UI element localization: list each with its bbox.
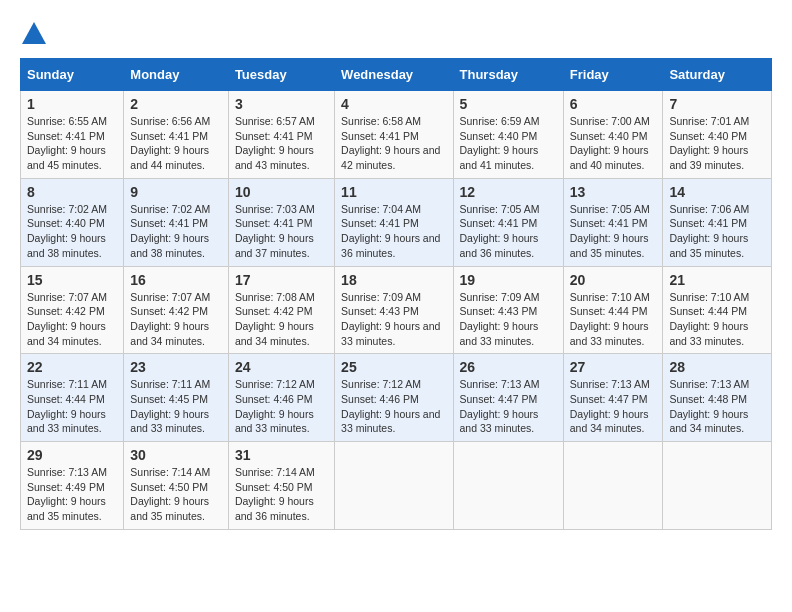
column-header-friday: Friday: [563, 59, 663, 91]
calendar-cell: 5 Sunrise: 6:59 AM Sunset: 4:40 PM Dayli…: [453, 91, 563, 179]
day-number: 14: [669, 184, 765, 200]
calendar-cell: 26 Sunrise: 7:13 AM Sunset: 4:47 PM Dayl…: [453, 354, 563, 442]
calendar-cell: 19 Sunrise: 7:09 AM Sunset: 4:43 PM Dayl…: [453, 266, 563, 354]
calendar-cell: 4 Sunrise: 6:58 AM Sunset: 4:41 PM Dayli…: [335, 91, 453, 179]
calendar-cell: [663, 442, 772, 530]
calendar-cell: 25 Sunrise: 7:12 AM Sunset: 4:46 PM Dayl…: [335, 354, 453, 442]
day-number: 10: [235, 184, 328, 200]
calendar-cell: 15 Sunrise: 7:07 AM Sunset: 4:42 PM Dayl…: [21, 266, 124, 354]
calendar-week-2: 8 Sunrise: 7:02 AM Sunset: 4:40 PM Dayli…: [21, 178, 772, 266]
day-number: 5: [460, 96, 557, 112]
calendar-cell: 1 Sunrise: 6:55 AM Sunset: 4:41 PM Dayli…: [21, 91, 124, 179]
day-info: Sunrise: 6:59 AM Sunset: 4:40 PM Dayligh…: [460, 114, 557, 173]
day-number: 9: [130, 184, 222, 200]
column-header-tuesday: Tuesday: [228, 59, 334, 91]
calendar-cell: 30 Sunrise: 7:14 AM Sunset: 4:50 PM Dayl…: [124, 442, 229, 530]
day-number: 3: [235, 96, 328, 112]
calendar-cell: 13 Sunrise: 7:05 AM Sunset: 4:41 PM Dayl…: [563, 178, 663, 266]
calendar-cell: 23 Sunrise: 7:11 AM Sunset: 4:45 PM Dayl…: [124, 354, 229, 442]
day-info: Sunrise: 7:02 AM Sunset: 4:41 PM Dayligh…: [130, 202, 222, 261]
calendar-cell: 22 Sunrise: 7:11 AM Sunset: 4:44 PM Dayl…: [21, 354, 124, 442]
day-number: 13: [570, 184, 657, 200]
day-info: Sunrise: 7:06 AM Sunset: 4:41 PM Dayligh…: [669, 202, 765, 261]
day-info: Sunrise: 7:08 AM Sunset: 4:42 PM Dayligh…: [235, 290, 328, 349]
calendar-cell: 16 Sunrise: 7:07 AM Sunset: 4:42 PM Dayl…: [124, 266, 229, 354]
calendar-week-1: 1 Sunrise: 6:55 AM Sunset: 4:41 PM Dayli…: [21, 91, 772, 179]
day-number: 2: [130, 96, 222, 112]
calendar-cell: 29 Sunrise: 7:13 AM Sunset: 4:49 PM Dayl…: [21, 442, 124, 530]
column-header-thursday: Thursday: [453, 59, 563, 91]
day-number: 30: [130, 447, 222, 463]
column-header-sunday: Sunday: [21, 59, 124, 91]
day-info: Sunrise: 7:12 AM Sunset: 4:46 PM Dayligh…: [235, 377, 328, 436]
day-info: Sunrise: 7:13 AM Sunset: 4:49 PM Dayligh…: [27, 465, 117, 524]
logo: [20, 20, 52, 48]
day-number: 27: [570, 359, 657, 375]
column-header-saturday: Saturday: [663, 59, 772, 91]
day-info: Sunrise: 7:10 AM Sunset: 4:44 PM Dayligh…: [669, 290, 765, 349]
day-number: 6: [570, 96, 657, 112]
calendar-cell: 12 Sunrise: 7:05 AM Sunset: 4:41 PM Dayl…: [453, 178, 563, 266]
day-info: Sunrise: 7:04 AM Sunset: 4:41 PM Dayligh…: [341, 202, 446, 261]
day-info: Sunrise: 7:11 AM Sunset: 4:45 PM Dayligh…: [130, 377, 222, 436]
calendar-cell: [453, 442, 563, 530]
day-info: Sunrise: 7:09 AM Sunset: 4:43 PM Dayligh…: [341, 290, 446, 349]
day-number: 28: [669, 359, 765, 375]
calendar-cell: 7 Sunrise: 7:01 AM Sunset: 4:40 PM Dayli…: [663, 91, 772, 179]
day-info: Sunrise: 7:07 AM Sunset: 4:42 PM Dayligh…: [27, 290, 117, 349]
column-header-wednesday: Wednesday: [335, 59, 453, 91]
day-info: Sunrise: 7:03 AM Sunset: 4:41 PM Dayligh…: [235, 202, 328, 261]
calendar-cell: 11 Sunrise: 7:04 AM Sunset: 4:41 PM Dayl…: [335, 178, 453, 266]
column-header-monday: Monday: [124, 59, 229, 91]
day-number: 19: [460, 272, 557, 288]
logo-icon: [20, 20, 48, 48]
day-info: Sunrise: 7:13 AM Sunset: 4:47 PM Dayligh…: [460, 377, 557, 436]
svg-marker-1: [24, 26, 44, 42]
calendar-cell: [335, 442, 453, 530]
page-header: [20, 20, 772, 48]
calendar-cell: 6 Sunrise: 7:00 AM Sunset: 4:40 PM Dayli…: [563, 91, 663, 179]
calendar-cell: 9 Sunrise: 7:02 AM Sunset: 4:41 PM Dayli…: [124, 178, 229, 266]
day-info: Sunrise: 6:58 AM Sunset: 4:41 PM Dayligh…: [341, 114, 446, 173]
calendar-cell: 3 Sunrise: 6:57 AM Sunset: 4:41 PM Dayli…: [228, 91, 334, 179]
day-info: Sunrise: 7:00 AM Sunset: 4:40 PM Dayligh…: [570, 114, 657, 173]
day-number: 23: [130, 359, 222, 375]
day-info: Sunrise: 6:56 AM Sunset: 4:41 PM Dayligh…: [130, 114, 222, 173]
day-number: 26: [460, 359, 557, 375]
calendar-cell: 14 Sunrise: 7:06 AM Sunset: 4:41 PM Dayl…: [663, 178, 772, 266]
calendar-cell: 20 Sunrise: 7:10 AM Sunset: 4:44 PM Dayl…: [563, 266, 663, 354]
day-info: Sunrise: 7:12 AM Sunset: 4:46 PM Dayligh…: [341, 377, 446, 436]
day-number: 20: [570, 272, 657, 288]
day-number: 17: [235, 272, 328, 288]
day-number: 24: [235, 359, 328, 375]
calendar-table: SundayMondayTuesdayWednesdayThursdayFrid…: [20, 58, 772, 530]
day-number: 16: [130, 272, 222, 288]
day-info: Sunrise: 7:14 AM Sunset: 4:50 PM Dayligh…: [235, 465, 328, 524]
calendar-cell: 21 Sunrise: 7:10 AM Sunset: 4:44 PM Dayl…: [663, 266, 772, 354]
calendar-cell: 28 Sunrise: 7:13 AM Sunset: 4:48 PM Dayl…: [663, 354, 772, 442]
day-info: Sunrise: 7:13 AM Sunset: 4:48 PM Dayligh…: [669, 377, 765, 436]
day-info: Sunrise: 7:13 AM Sunset: 4:47 PM Dayligh…: [570, 377, 657, 436]
calendar-cell: 2 Sunrise: 6:56 AM Sunset: 4:41 PM Dayli…: [124, 91, 229, 179]
day-number: 4: [341, 96, 446, 112]
day-info: Sunrise: 7:05 AM Sunset: 4:41 PM Dayligh…: [460, 202, 557, 261]
calendar-header-row: SundayMondayTuesdayWednesdayThursdayFrid…: [21, 59, 772, 91]
calendar-cell: 24 Sunrise: 7:12 AM Sunset: 4:46 PM Dayl…: [228, 354, 334, 442]
calendar-cell: [563, 442, 663, 530]
calendar-week-3: 15 Sunrise: 7:07 AM Sunset: 4:42 PM Dayl…: [21, 266, 772, 354]
day-info: Sunrise: 7:05 AM Sunset: 4:41 PM Dayligh…: [570, 202, 657, 261]
day-info: Sunrise: 7:14 AM Sunset: 4:50 PM Dayligh…: [130, 465, 222, 524]
calendar-cell: 31 Sunrise: 7:14 AM Sunset: 4:50 PM Dayl…: [228, 442, 334, 530]
day-number: 7: [669, 96, 765, 112]
day-info: Sunrise: 7:07 AM Sunset: 4:42 PM Dayligh…: [130, 290, 222, 349]
calendar-cell: 8 Sunrise: 7:02 AM Sunset: 4:40 PM Dayli…: [21, 178, 124, 266]
day-info: Sunrise: 7:11 AM Sunset: 4:44 PM Dayligh…: [27, 377, 117, 436]
day-info: Sunrise: 6:57 AM Sunset: 4:41 PM Dayligh…: [235, 114, 328, 173]
calendar-week-5: 29 Sunrise: 7:13 AM Sunset: 4:49 PM Dayl…: [21, 442, 772, 530]
day-info: Sunrise: 6:55 AM Sunset: 4:41 PM Dayligh…: [27, 114, 117, 173]
day-number: 31: [235, 447, 328, 463]
day-number: 18: [341, 272, 446, 288]
calendar-cell: 18 Sunrise: 7:09 AM Sunset: 4:43 PM Dayl…: [335, 266, 453, 354]
day-number: 15: [27, 272, 117, 288]
day-info: Sunrise: 7:01 AM Sunset: 4:40 PM Dayligh…: [669, 114, 765, 173]
